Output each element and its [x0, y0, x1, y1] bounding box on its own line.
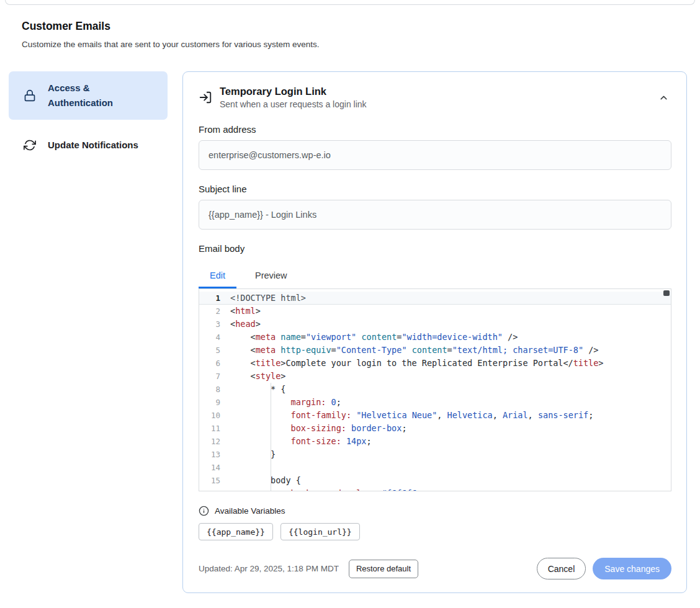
updated-timestamp: Updated: Apr 29, 2025, 1:18 PM MDT	[199, 564, 339, 573]
code-text: <html>	[220, 305, 261, 318]
code-text: }	[220, 448, 276, 461]
email-editor-panel: Temporary Login Link Sent when a user re…	[182, 71, 687, 593]
code-lines: 1<!DOCTYPE html>2<html>3<head>4 <meta na…	[199, 292, 671, 491]
line-number: 15	[199, 474, 220, 487]
line-number: 6	[199, 357, 220, 370]
line-number: 3	[199, 318, 220, 331]
panel-subtitle: Sent when a user requests a login link	[220, 99, 367, 109]
line-number: 5	[199, 344, 220, 357]
collapse-section-button[interactable]	[656, 90, 671, 105]
code-line[interactable]: 12 font-size: 14px;	[199, 435, 671, 448]
refresh-icon	[24, 139, 36, 151]
code-line[interactable]: 11 box-sizing: border-box;	[199, 422, 671, 435]
from-address-input[interactable]	[199, 140, 671, 170]
code-line[interactable]: 9 margin: 0;	[199, 396, 671, 409]
code-text: <!DOCTYPE html>	[220, 292, 306, 305]
code-line[interactable]: 6 <title>Complete your login to the Repl…	[199, 357, 671, 370]
code-text: body {	[220, 474, 301, 487]
panel-header: Temporary Login Link Sent when a user re…	[199, 86, 671, 109]
panel-footer: Updated: Apr 29, 2025, 1:18 PM MDT Resto…	[199, 558, 671, 579]
code-line[interactable]: 15 body {	[199, 474, 671, 487]
indent-guide	[271, 383, 271, 491]
code-text: * {	[220, 383, 285, 396]
sidebar-item-update-notifications[interactable]: Update Notifications	[9, 131, 168, 159]
sidebar-item-access-authentication[interactable]: Access & Authentication	[9, 71, 168, 120]
line-number: 10	[199, 409, 220, 422]
code-text: font-size: 14px;	[220, 435, 372, 448]
code-text	[220, 461, 230, 474]
code-line[interactable]: 8 * {	[199, 383, 671, 396]
restore-default-button[interactable]: Restore default	[349, 560, 418, 578]
available-variables-label: Available Variables	[215, 506, 285, 516]
cancel-button[interactable]: Cancel	[537, 558, 586, 579]
code-line[interactable]: 5 <meta http-equiv="Content-Type" conten…	[199, 344, 671, 357]
code-line[interactable]: 13 }	[199, 448, 671, 461]
line-number: 7	[199, 370, 220, 383]
code-text: box-sizing: border-box;	[220, 422, 407, 435]
sidebar-item-label: Access & Authentication	[48, 81, 144, 110]
editor-scrollbar[interactable]	[663, 290, 670, 296]
variable-chip-login-url[interactable]: {{login_url}}	[280, 523, 360, 540]
code-text: background-color: #f6f6f6;	[220, 487, 422, 491]
code-editor[interactable]: 1<!DOCTYPE html>2<html>3<head>4 <meta na…	[199, 288, 671, 491]
variable-chip-app-name[interactable]: {{app_name}}	[199, 523, 273, 540]
page-subtitle: Customize the emails that are sent to yo…	[22, 40, 678, 49]
code-text: font-family: "Helvetica Neue", Helvetica…	[220, 409, 593, 422]
content-area: Access & Authentication Update Notificat…	[9, 71, 687, 593]
line-number: 13	[199, 448, 220, 461]
available-variables-header: Available Variables	[199, 506, 671, 516]
line-number: 14	[199, 461, 220, 474]
code-line[interactable]: 16 background-color: #f6f6f6;	[199, 487, 671, 491]
email-types-sidebar: Access & Authentication Update Notificat…	[9, 71, 168, 159]
save-changes-button[interactable]: Save changes	[593, 558, 671, 579]
code-line[interactable]: 3<head>	[199, 318, 671, 331]
code-line[interactable]: 10 font-family: "Helvetica Neue", Helvet…	[199, 409, 671, 422]
code-line[interactable]: 7 <style>	[199, 370, 671, 383]
code-line[interactable]: 4 <meta name="viewport" content="width=d…	[199, 331, 671, 344]
sidebar-item-label: Update Notifications	[48, 138, 138, 153]
code-text: <style>	[220, 370, 285, 383]
tab-preview[interactable]: Preview	[244, 264, 298, 288]
line-number: 12	[199, 435, 220, 448]
page-title: Customer Emails	[22, 20, 678, 33]
line-number: 4	[199, 331, 220, 344]
code-text: <meta name="viewport" content="width=dev…	[220, 331, 518, 344]
code-text: <head>	[220, 318, 261, 331]
email-body-field: Email body Edit Preview 1<!DOCTYPE html>…	[199, 243, 671, 491]
code-line[interactable]: 14	[199, 461, 671, 474]
line-number: 11	[199, 422, 220, 435]
tab-edit[interactable]: Edit	[199, 264, 236, 288]
previous-section-border	[5, 0, 695, 5]
code-text: <title>Complete your login to the Replic…	[220, 357, 603, 370]
code-line[interactable]: 2<html>	[199, 305, 671, 318]
info-icon[interactable]	[199, 506, 209, 516]
panel-header-text: Temporary Login Link Sent when a user re…	[220, 86, 367, 109]
line-number: 8	[199, 383, 220, 396]
code-line[interactable]: 1<!DOCTYPE html>	[199, 292, 671, 305]
lock-icon	[24, 89, 36, 102]
line-number: 9	[199, 396, 220, 409]
subject-line-field: Subject line	[199, 184, 671, 230]
editor-tabs: Edit Preview	[199, 264, 671, 288]
line-number: 16	[199, 487, 220, 491]
from-address-field: From address	[199, 124, 671, 170]
from-address-label: From address	[199, 124, 671, 135]
code-text: margin: 0;	[220, 396, 341, 409]
variable-chips: {{app_name}} {{login_url}}	[199, 523, 671, 540]
login-icon	[199, 91, 212, 104]
chevron-up-icon	[658, 92, 669, 103]
subject-line-label: Subject line	[199, 184, 671, 194]
code-text: <meta http-equiv="Content-Type" content=…	[220, 344, 598, 357]
email-body-label: Email body	[199, 243, 671, 254]
page-header: Customer Emails Customize the emails tha…	[22, 20, 678, 49]
line-number: 2	[199, 305, 220, 318]
panel-title: Temporary Login Link	[220, 86, 367, 97]
available-variables-section: Available Variables {{app_name}} {{login…	[199, 506, 671, 540]
subject-line-input[interactable]	[199, 200, 671, 230]
line-number: 1	[199, 292, 220, 305]
